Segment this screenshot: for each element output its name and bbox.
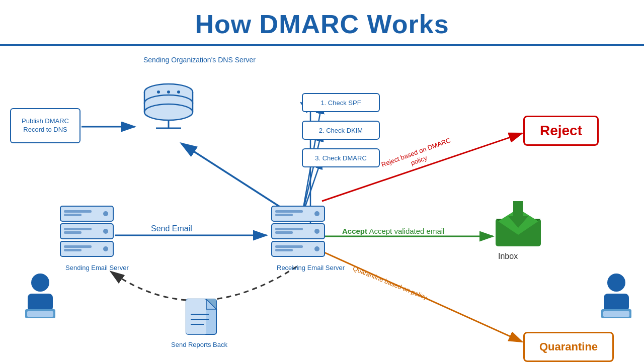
send-reports-label: Send Reports Back <box>171 341 227 349</box>
sending-server-icon <box>58 204 116 261</box>
receiver-person-icon <box>596 272 636 322</box>
svg-rect-45 <box>275 214 293 216</box>
svg-rect-36 <box>64 228 92 230</box>
svg-rect-52 <box>275 245 303 248</box>
dns-server-icon <box>141 78 196 133</box>
inbox-icon <box>491 199 546 249</box>
svg-rect-53 <box>275 249 293 251</box>
svg-rect-44 <box>275 210 303 213</box>
svg-point-63 <box>607 274 625 292</box>
svg-rect-41 <box>64 249 82 251</box>
reject-box: Reject <box>523 116 599 146</box>
title-divider <box>0 44 644 46</box>
svg-rect-49 <box>275 231 293 234</box>
check-dmarc-box: 3. Check DMARC <box>302 148 380 167</box>
svg-point-54 <box>314 246 319 251</box>
page-title: How DMARC Works <box>0 0 644 39</box>
accept-email-label: Accept Accept validated email <box>342 226 444 236</box>
receiving-server-icon <box>269 204 327 261</box>
dns-server-label: Sending Organization's DNS Server <box>143 55 256 64</box>
receiving-server-label: Receiving Email Server <box>277 264 345 273</box>
svg-rect-68 <box>186 299 206 334</box>
svg-rect-62 <box>27 311 53 317</box>
svg-point-38 <box>103 229 108 234</box>
sender-person-icon <box>20 272 60 322</box>
svg-rect-64 <box>604 294 629 311</box>
svg-point-27 <box>167 90 170 94</box>
report-doc-icon <box>184 297 219 337</box>
svg-point-46 <box>314 211 319 216</box>
sending-server-label: Sending Email Server <box>65 264 129 273</box>
svg-point-42 <box>103 246 108 251</box>
svg-point-34 <box>103 211 108 216</box>
quarantine-box: Quarantine <box>523 332 614 362</box>
svg-rect-66 <box>603 311 629 317</box>
svg-point-50 <box>314 229 319 234</box>
svg-rect-32 <box>64 210 92 213</box>
svg-rect-40 <box>64 245 92 248</box>
publish-dmarc-box: Publish DMARC Record to DNS <box>10 108 80 143</box>
send-email-label: Send Email <box>151 224 192 234</box>
inbox-label: Inbox <box>498 251 518 262</box>
check-spf-box: 1. Check SPF <box>302 93 380 112</box>
check-dkim-box: 2. Check DKIM <box>302 121 380 140</box>
svg-rect-48 <box>275 228 303 230</box>
svg-point-23 <box>144 104 193 120</box>
svg-rect-33 <box>64 214 82 216</box>
svg-rect-60 <box>28 294 53 311</box>
svg-point-26 <box>157 90 160 94</box>
svg-point-28 <box>177 90 180 94</box>
svg-point-59 <box>31 274 49 292</box>
svg-line-10 <box>181 143 287 211</box>
svg-rect-37 <box>64 231 82 234</box>
